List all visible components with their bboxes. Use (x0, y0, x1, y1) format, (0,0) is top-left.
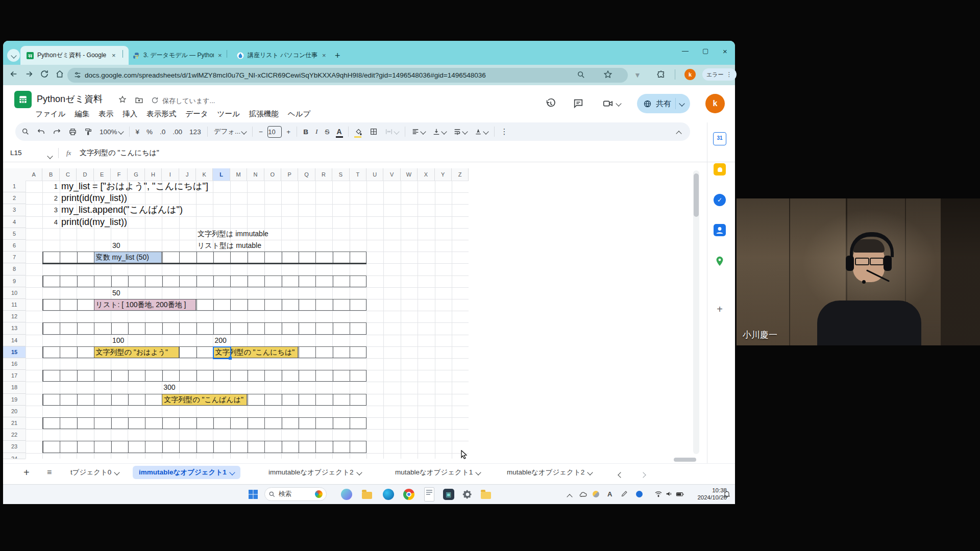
row-header-1[interactable]: 1 (3, 181, 26, 192)
sheets-logo[interactable] (14, 91, 32, 108)
pen-icon[interactable] (621, 490, 628, 497)
row-header-15[interactable]: 15 (3, 346, 26, 358)
sheets-profile-avatar[interactable]: k (705, 94, 725, 113)
decrease-decimal-button[interactable]: .0 (160, 128, 165, 136)
onedrive-cloud-icon[interactable] (579, 490, 587, 498)
print-icon[interactable] (68, 128, 77, 136)
back-icon[interactable] (9, 69, 18, 79)
extension-v-icon[interactable]: ▼ (634, 71, 641, 79)
column-header-X[interactable]: X (418, 168, 434, 181)
start-button[interactable] (248, 489, 258, 499)
ime-indicator[interactable]: A (607, 490, 612, 498)
fill-handle[interactable] (229, 357, 232, 360)
name-box-chevron-icon[interactable] (48, 151, 52, 160)
row-header-13[interactable]: 13 (3, 322, 26, 334)
collapse-toolbar-icon[interactable] (677, 129, 681, 138)
column-header-W[interactable]: W (401, 168, 418, 181)
merge-cells-button[interactable] (385, 128, 399, 136)
column-header-Q[interactable]: Q (298, 168, 315, 181)
move-folder-icon[interactable] (135, 96, 143, 105)
taskbar-app-teams[interactable]: ▣ (442, 488, 455, 501)
browser-menu-icon[interactable]: ⋮ (726, 71, 732, 78)
forward-icon[interactable] (24, 69, 34, 79)
row-header-6[interactable]: 6 (3, 240, 26, 252)
taskbar-app-explorer[interactable] (360, 488, 374, 501)
zoom-select[interactable]: 100% (100, 128, 123, 136)
extensions-puzzle-icon[interactable] (656, 70, 666, 79)
taskbar-app-notepad[interactable] (423, 488, 436, 501)
notifications-bell-icon[interactable] (723, 490, 731, 498)
side-panel-add-icon[interactable]: + (713, 302, 727, 316)
side-panel-keep-icon[interactable] (713, 162, 727, 177)
select-all-corner[interactable] (3, 168, 26, 181)
document-title[interactable]: Pythonゼミ資料 (37, 93, 103, 105)
share-button[interactable]: 共有 (637, 94, 690, 113)
row-header-14[interactable]: 14 (3, 335, 26, 346)
version-history-icon[interactable] (545, 98, 556, 109)
row-header-11[interactable]: 11 (3, 299, 26, 311)
column-header-G[interactable]: G (128, 168, 144, 181)
row-header-22[interactable]: 22 (3, 429, 26, 441)
browser-tab[interactable]: 3. データモデル — Python 3.13.0× (127, 46, 230, 65)
menu-ヘルプ[interactable]: ヘルプ (283, 109, 315, 119)
window-minimize-button[interactable]: — (682, 47, 689, 55)
taskbar-clock[interactable]: 10:38 2024/10/26 (686, 487, 727, 501)
column-header-J[interactable]: J (179, 168, 196, 181)
tab-close-icon[interactable]: × (322, 52, 326, 59)
tab-close-icon[interactable]: × (218, 52, 222, 59)
column-header-I[interactable]: I (162, 168, 179, 181)
menu-ツール[interactable]: ツール (213, 109, 244, 119)
sheet-tab-menu-icon[interactable] (356, 469, 362, 475)
sheet-tab-immutableなオブジェクト2[interactable]: immutableなオブジェクト2 (262, 466, 368, 479)
menu-表示形式[interactable]: 表示形式 (142, 109, 181, 119)
row-header-12[interactable]: 12 (3, 311, 26, 322)
taskbar-search-box[interactable]: 検索 (264, 487, 327, 501)
star-icon[interactable] (118, 95, 127, 104)
row-header-7[interactable]: 7 (3, 252, 26, 263)
sheet-tab-mutableなオブジェクト1[interactable]: mutableなオブジェクト1 (389, 466, 486, 479)
font-select[interactable]: デフォ... (214, 127, 247, 136)
number-format-button[interactable]: 123 (189, 128, 201, 136)
bold-button[interactable]: B (303, 128, 308, 136)
text-color-button[interactable]: A (336, 128, 341, 136)
menu-編集[interactable]: 編集 (70, 109, 94, 119)
row-header-24[interactable]: 24 (3, 453, 26, 459)
row-header-2[interactable]: 2 (3, 192, 26, 204)
fill-color-button[interactable] (355, 128, 362, 136)
reload-icon[interactable] (40, 69, 49, 79)
site-settings-icon[interactable] (74, 71, 82, 79)
menu-データ[interactable]: データ (181, 109, 212, 119)
all-sheets-icon[interactable]: ≡ (47, 468, 52, 477)
row-header-20[interactable]: 20 (3, 406, 26, 417)
column-header-F[interactable]: F (111, 168, 128, 181)
row-header-21[interactable]: 21 (3, 417, 26, 429)
volume-icon[interactable] (665, 490, 673, 498)
taskbar-app-chrome[interactable] (402, 488, 415, 501)
column-header-O[interactable]: O (264, 168, 281, 181)
column-header-T[interactable]: T (350, 168, 366, 181)
column-header-Y[interactable]: Y (435, 168, 452, 181)
row-header-18[interactable]: 18 (3, 382, 26, 393)
number-cell-L14[interactable]: 200 (214, 335, 226, 346)
column-header-L[interactable]: L (213, 168, 230, 181)
row-header-17[interactable]: 17 (3, 370, 26, 382)
sheet-scroll-left-icon[interactable] (619, 470, 623, 479)
number-cell-F6[interactable]: 30 (112, 240, 120, 252)
column-header-N[interactable]: N (247, 168, 264, 181)
column-header-V[interactable]: V (383, 168, 400, 181)
window-close-button[interactable]: × (723, 47, 727, 56)
number-cell-F14[interactable]: 100 (112, 335, 124, 346)
menu-拡張機能[interactable]: 拡張機能 (244, 109, 283, 119)
taskbar-app-edge[interactable] (382, 488, 395, 501)
url-text[interactable]: docs.google.com/spreadsheets/d/1wlMZY8mc… (85, 68, 486, 82)
browser-tab[interactable]: Pythonゼミ資料 - Google スプレッ× (20, 46, 129, 65)
weather-icon[interactable] (593, 491, 599, 497)
sheet-tab-menu-icon[interactable] (587, 469, 593, 475)
column-header-P[interactable]: P (281, 168, 298, 181)
sheet-tab-menu-icon[interactable] (114, 469, 120, 475)
strikethrough-button[interactable]: S (325, 128, 329, 136)
formula-input[interactable]: 文字列型の "こんにちは" (80, 148, 159, 158)
column-header-K[interactable]: K (196, 168, 213, 181)
column-header-A[interactable]: A (26, 168, 42, 181)
annotation-cell-K6[interactable]: リスト型は mutable (198, 240, 261, 252)
